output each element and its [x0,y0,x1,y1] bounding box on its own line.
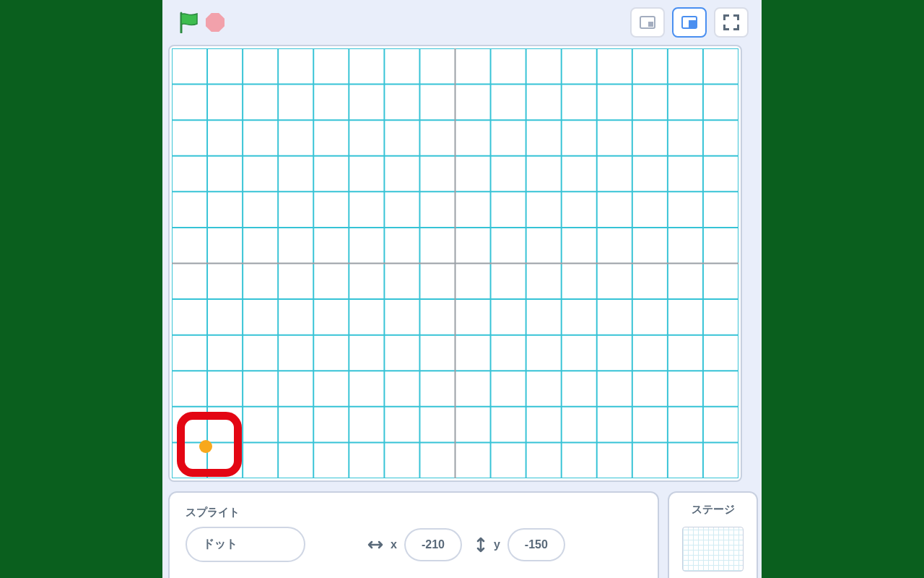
horizontal-arrows-icon [367,539,383,551]
x-label: x [391,538,397,551]
vertical-arrows-icon [475,537,487,553]
x-input[interactable]: -210 [404,528,462,561]
y-coord-group: y -150 [475,528,565,561]
y-input[interactable]: -150 [507,528,565,561]
stage-select-panel: ステージ [668,491,758,578]
fullscreen-button[interactable] [714,7,749,38]
stop-icon[interactable] [206,13,225,32]
stage-canvas [172,48,738,478]
stage-thumbnail[interactable] [682,527,744,571]
view-small-button[interactable] [630,7,665,38]
view-mode-group [630,7,749,38]
view-large-button[interactable] [672,7,707,38]
sprite-info-row: ドット x -210 y -150 [186,527,642,562]
run-controls [178,12,225,33]
stage[interactable] [168,45,742,482]
x-coord-group: x -210 [367,528,462,561]
y-label: y [494,538,500,551]
fullscreen-icon [723,14,739,30]
stage-heading: ステージ [676,503,749,517]
green-flag-icon[interactable] [178,12,199,33]
sprite-info-panel: スプライト ドット x -210 y -150 [168,491,659,578]
stage-toolbar [162,0,762,45]
sprite-heading: スプライト [186,506,642,519]
svg-rect-4 [689,20,696,27]
app-root: スプライト ドット x -210 y -150 ステージ [162,0,762,578]
annotation-highlight [177,412,242,477]
sprite-name-input[interactable]: ドット [186,527,305,562]
svg-rect-2 [648,22,653,27]
